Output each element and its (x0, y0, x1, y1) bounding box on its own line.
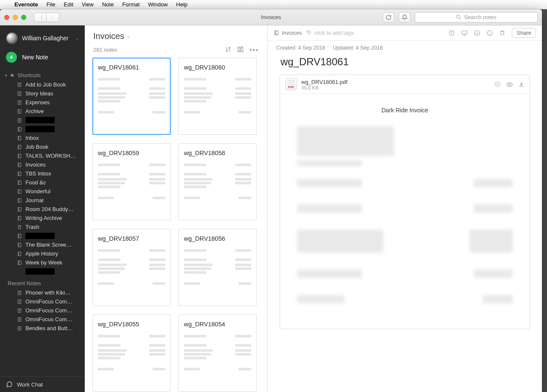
notebook-icon (17, 127, 23, 132)
svg-rect-31 (462, 31, 467, 34)
sidebar-shortcut[interactable]: TALKS, WORKSH… (0, 151, 85, 160)
svg-rect-14 (18, 198, 21, 202)
sidebar-shortcut[interactable]: Archive (0, 107, 85, 116)
svg-rect-28 (275, 31, 278, 35)
reminder-icon[interactable] (448, 30, 457, 36)
new-note-button[interactable]: + New Note (0, 48, 85, 70)
sidebar-shortcut[interactable]: Invoices (0, 160, 85, 169)
svg-rect-15 (18, 207, 21, 211)
sidebar-shortcut[interactable]: Inbox (0, 133, 85, 142)
notebook-selector[interactable]: Invoices (274, 30, 302, 36)
note-card[interactable]: wg_DRV18054 (178, 314, 257, 392)
info-icon[interactable] (486, 30, 495, 36)
note-card-title: wg_DRV18054 (184, 321, 251, 328)
pdf-preview[interactable]: Dark Ride Invoice (280, 94, 530, 329)
notebook-icon (17, 109, 23, 114)
menu-view[interactable]: View (82, 1, 94, 8)
notebook-title[interactable]: Invoices ⌄ (93, 31, 259, 41)
menu-edit[interactable]: Edit (64, 1, 73, 8)
note-card[interactable]: wg_DRV18059 (92, 143, 171, 220)
sidebar-shortcut[interactable]: Week by Week (0, 258, 85, 267)
notebook-icon (17, 189, 23, 194)
notebook-icon (17, 251, 23, 256)
sidebar-shortcut[interactable]: Journal (0, 196, 85, 205)
note-card[interactable]: wg_DRV18056 (178, 229, 257, 306)
work-chat-button[interactable]: Work Chat (0, 376, 85, 392)
menu-format[interactable]: Format (122, 1, 139, 8)
sidebar-shortcut[interactable]: Apple History (0, 249, 85, 258)
sidebar-shortcut[interactable] (0, 267, 85, 276)
sidebar-recent-note[interactable]: Bendles and Butt… (0, 324, 85, 333)
sort-button[interactable] (225, 46, 231, 53)
add-tags-button[interactable]: click to add tags (306, 30, 354, 36)
nav-forward-button[interactable]: 〉 (47, 13, 59, 22)
note-card[interactable]: wg_DRV18057 (92, 229, 171, 306)
trash-icon[interactable] (499, 30, 508, 36)
pdf-filename: wg_DRV18061.pdf (301, 79, 490, 85)
more-options-button[interactable]: ••• (250, 46, 259, 53)
notebook-icon (17, 180, 23, 185)
share-button[interactable]: Share (512, 28, 536, 38)
sidebar-shortcut[interactable]: TBS Inbox (0, 169, 85, 178)
sidebar-shortcut[interactable] (0, 231, 85, 240)
svg-point-29 (308, 32, 308, 33)
svg-rect-11 (18, 172, 21, 175)
sidebar-shortcut[interactable]: Writing Archive (0, 214, 85, 222)
menu-window[interactable]: Window (148, 1, 168, 8)
menu-help[interactable]: Help (176, 1, 188, 8)
view-toggle-button[interactable] (237, 46, 244, 53)
shortcuts-header[interactable]: ▾ ★ Shortcuts (0, 70, 85, 80)
note-card[interactable]: wg_DRV18055 (92, 314, 171, 392)
search-icon (456, 14, 461, 20)
annotate-icon[interactable]: a (474, 30, 482, 36)
annotate-pdf-icon[interactable]: a (494, 81, 501, 88)
sidebar-shortcut[interactable]: Food &c (0, 178, 85, 187)
created-date: Created: 4 Sep 2018 (276, 45, 325, 51)
preview-icon[interactable] (506, 81, 513, 88)
svg-rect-8 (18, 145, 21, 149)
search-input[interactable]: Search notes (415, 12, 538, 22)
menu-file[interactable]: File (47, 1, 56, 8)
note-metadata: Created: 4 Sep 2018 Updated: 4 Sep 2018 (268, 41, 542, 51)
sync-button[interactable] (383, 12, 394, 22)
trash-icon (17, 225, 23, 230)
sidebar-shortcut[interactable]: The Blank Scree… (0, 240, 85, 249)
note-list-panel: Invoices ⌄ 281 notes ••• wg_DRV18061wg_D… (85, 25, 268, 392)
nav-back-button[interactable]: 〈 (34, 13, 47, 22)
sidebar-shortcut[interactable]: Story Ideas (0, 89, 85, 98)
notebook-icon (17, 207, 23, 212)
sidebar-recent-note[interactable]: OmniFocus Com… (0, 306, 85, 315)
window-minimize-button[interactable] (13, 15, 18, 20)
window-controls (4, 15, 26, 20)
avatar (6, 32, 18, 44)
note-card[interactable]: wg_DRV18061 (92, 58, 171, 135)
sidebar-recent-note[interactable]: OmniFocus Com… (0, 315, 85, 324)
window-close-button[interactable] (4, 15, 9, 20)
sidebar-shortcut[interactable] (0, 125, 85, 133)
sidebar-shortcut[interactable]: Room 204 Buddy… (0, 205, 85, 214)
notebook-icon (17, 136, 23, 141)
menu-note[interactable]: Note (102, 1, 114, 8)
download-icon[interactable] (518, 81, 525, 88)
window-zoom-button[interactable] (21, 15, 26, 20)
note-card[interactable]: wg_DRV18058 (178, 143, 257, 220)
sidebar-shortcut[interactable]: Expenses (0, 98, 85, 107)
sidebar-shortcut[interactable]: Job Book (0, 142, 85, 151)
sidebar-shortcut[interactable]: Trash (0, 222, 85, 231)
present-icon[interactable] (461, 30, 469, 36)
svg-rect-12 (18, 181, 21, 184)
note-card[interactable]: wg_DRV18060 (178, 58, 257, 135)
note-card-title: wg_DRV18061 (98, 64, 165, 71)
sidebar-shortcut[interactable]: Add to Job Book (0, 80, 85, 89)
activity-button[interactable] (399, 12, 411, 22)
account-switcher[interactable]: William Gallagher ⌄ (0, 25, 85, 48)
svg-rect-16 (18, 216, 21, 220)
sidebar-recent-note[interactable]: OmniFocus Com… (0, 297, 85, 306)
notebook-icon (17, 162, 23, 167)
sidebar-shortcut[interactable]: Wonderful (0, 187, 85, 196)
menu-app[interactable]: Evernote (14, 1, 38, 8)
sidebar-shortcut[interactable] (0, 116, 85, 125)
note-title[interactable]: wg_DRV18061 (268, 51, 542, 75)
disclosure-triangle-icon: ▾ (5, 73, 7, 78)
sidebar-recent-note[interactable]: Phoner with Kiki… (0, 288, 85, 297)
